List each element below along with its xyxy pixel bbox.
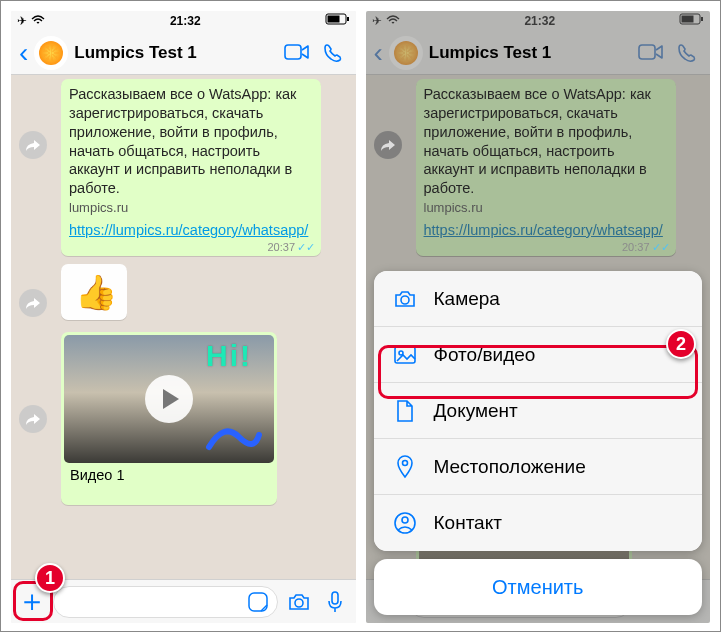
- attachment-action-sheet: Камера Фото/видео Документ Местоположени…: [374, 271, 703, 615]
- forward-icon[interactable]: [19, 131, 47, 159]
- sheet-item-label: Камера: [434, 288, 500, 310]
- svg-rect-2: [347, 17, 349, 21]
- video-message[interactable]: Hi! Видео 1: [61, 332, 277, 505]
- svg-point-13: [399, 351, 403, 355]
- wifi-icon: [31, 14, 45, 28]
- action-sheet-group: Камера Фото/видео Документ Местоположени…: [374, 271, 703, 551]
- sheet-item-location[interactable]: Местоположение: [374, 439, 703, 495]
- message-time: 20:37✓✓: [267, 240, 315, 254]
- sheet-item-label: Контакт: [434, 512, 502, 534]
- chat-header: ‹ Lumpics Test 1: [11, 31, 356, 75]
- sheet-item-label: Фото/видео: [434, 344, 536, 366]
- video-scribble-icon: [204, 417, 264, 457]
- chat-body: Рассказываем все о WatsApp: как зарегист…: [11, 75, 356, 579]
- document-icon: [392, 398, 418, 424]
- sheet-cancel-label: Отменить: [492, 576, 583, 599]
- avatar[interactable]: [34, 36, 68, 70]
- svg-point-16: [402, 517, 408, 523]
- read-ticks-icon: ✓✓: [297, 241, 315, 253]
- callout-badge-2: 2: [666, 329, 696, 359]
- sheet-item-photo-video[interactable]: Фото/видео: [374, 327, 703, 383]
- camera-icon: [392, 286, 418, 312]
- thumbs-up-icon: 👍: [75, 273, 117, 311]
- forward-icon[interactable]: [19, 405, 47, 433]
- camera-icon[interactable]: [284, 587, 314, 617]
- sheet-item-label: Документ: [434, 400, 518, 422]
- sheet-item-label: Местоположение: [434, 456, 586, 478]
- sheet-cancel-button[interactable]: Отменить: [374, 559, 703, 615]
- location-icon: [392, 454, 418, 480]
- message-text: Рассказываем все о WatsApp: как зарегист…: [69, 86, 296, 196]
- status-time: 21:32: [45, 14, 326, 28]
- photo-icon: [392, 342, 418, 368]
- sticker-icon[interactable]: [247, 591, 269, 613]
- status-bar: ✈︎ 21:32: [11, 11, 356, 31]
- svg-rect-6: [332, 592, 338, 604]
- play-icon[interactable]: [145, 375, 193, 423]
- sheet-item-camera[interactable]: Камера: [374, 271, 703, 327]
- message-site: lumpics.ru: [69, 200, 313, 217]
- back-button[interactable]: ‹: [19, 39, 28, 67]
- svg-rect-3: [285, 45, 301, 59]
- video-thumbnail[interactable]: Hi!: [64, 335, 274, 463]
- video-call-icon[interactable]: [282, 38, 312, 68]
- phone-right: ✈︎ 21:32 ‹ Lumpics Test 1 Рассказываем в…: [366, 11, 711, 623]
- svg-point-5: [295, 599, 303, 607]
- message-link[interactable]: https://lumpics.ru/category/whatsapp/: [69, 221, 313, 240]
- message-input[interactable]: [53, 586, 278, 618]
- message-bubble[interactable]: Рассказываем все о WatsApp: как зарегист…: [61, 79, 321, 256]
- svg-point-14: [402, 460, 407, 465]
- battery-icon: [326, 14, 350, 28]
- video-caption: Видео 1: [64, 463, 274, 483]
- video-overlay-text: Hi!: [206, 339, 252, 373]
- sheet-item-contact[interactable]: Контакт: [374, 495, 703, 551]
- mic-icon[interactable]: [320, 587, 350, 617]
- forward-icon[interactable]: [19, 289, 47, 317]
- svg-point-11: [401, 296, 409, 304]
- chat-title[interactable]: Lumpics Test 1: [74, 43, 275, 63]
- svg-rect-1: [327, 16, 339, 23]
- voice-call-icon[interactable]: [318, 38, 348, 68]
- contact-icon: [392, 510, 418, 536]
- emoji-message[interactable]: 👍: [61, 264, 127, 320]
- callout-badge-1: 1: [35, 563, 65, 593]
- phone-left: ✈︎ 21:32 ‹ Lumpics Test 1 Рассказываем в…: [11, 11, 356, 623]
- sheet-item-document[interactable]: Документ: [374, 383, 703, 439]
- airplane-mode-icon: ✈︎: [17, 14, 27, 28]
